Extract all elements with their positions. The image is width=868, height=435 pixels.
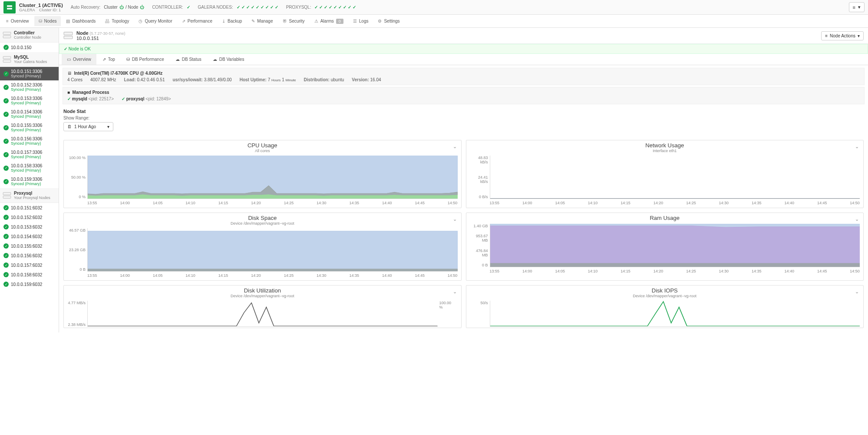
node-item[interactable]: 10.0.0.155:6032 [0,241,59,251]
subtab-db-variables[interactable]: ☁DB Variables [208,54,250,65]
node-actions-button[interactable]: ≡ Node Actions ▾ [821,31,864,40]
tab-security[interactable]: ⛨Security [278,16,309,26]
y-axis: 46.57 GB23.28 GB0 B [67,228,87,272]
chart-cpu: CPU UsageAll cores⌄100.00 %50.00 %0 %13:… [63,140,462,208]
tab-icon: ◷ [139,19,142,23]
check-icon: ✓ [319,5,323,10]
node-item[interactable]: 10.0.0.154:3306Synced (Primary) [0,107,59,121]
tab-icon: ⛁ [126,57,130,62]
chevron-down-icon[interactable]: ⌄ [855,144,859,149]
status-dot-icon [3,112,9,117]
node-item[interactable]: 10.0.0.150 [0,43,59,52]
check-icon: ✓ [329,5,332,10]
tab-alarms[interactable]: ⚠Alarms0 [310,16,348,27]
power-icon[interactable]: ⏻ [140,5,144,10]
power-icon[interactable]: ⏻ [119,5,124,10]
node-item[interactable]: 10.0.0.151:3306Synced (Primary) [0,67,59,80]
svg-rect-4 [3,56,11,59]
node-item[interactable]: 10.0.0.157:6032 [0,260,59,270]
y-axis: 50/s [470,301,490,327]
top-menu-button[interactable]: ≡ ▾ [849,2,865,12]
y-axis: 100.00 %50.00 %0 % [67,156,87,199]
subtab-overview[interactable]: ▭Overview [62,54,96,65]
chart-title: Ram Usage [466,213,864,221]
tab-icon: ✎ [251,19,255,23]
chart-title: Network Usage [466,140,864,149]
node-item[interactable]: 10.0.0.157:3306Synced (Primary) [0,148,59,161]
range-select[interactable]: 🗓 1 Hour Ago ▾ [63,122,113,131]
node-item[interactable]: 10.0.0.151:6032 [0,203,59,213]
subtab-db-status[interactable]: ☁DB Status [170,54,207,65]
tab-icon: ☰ [353,19,357,23]
chart-subtitle: Device /dev/mapper/vagrant--vg-root [64,294,461,298]
subtab-db-performance[interactable]: ⛁DB Performance [121,54,169,65]
svg-rect-3 [3,35,11,38]
x-axis: 13:5514:0014:0514:1014:1514:2014:2514:30… [64,200,461,208]
check-icon: ✓ [237,5,240,10]
node-item[interactable]: 10.0.0.152:3306Synced (Primary) [0,80,59,94]
plot-area[interactable] [87,301,438,327]
y-axis: 48.83 kB/s24.41 kB/s0 B/s [470,156,490,199]
chart-subtitle: All cores [64,149,461,153]
node-item[interactable]: 10.0.0.154:6032 [0,232,59,241]
tab-backup[interactable]: ⤓Backup [218,16,246,26]
tab-nodes[interactable]: ⛁Nodes [34,16,61,26]
node-item[interactable]: 10.0.0.158:6032 [0,270,59,279]
svg-rect-9 [64,36,73,39]
status-dot-icon [3,152,9,157]
check-icon: ✓ [338,5,342,10]
tab-dashboards[interactable]: ▤Dashboards [62,16,100,26]
galera-status: GALERA NODES: ✓✓✓✓✓✓✓✓✓ [198,5,278,10]
tab-overview[interactable]: ≡Overview [2,16,33,26]
check-icon: ✓ [324,5,327,10]
cluster-heading: Cluster_1 (ACTIVE) GALERA Cluster ID: 1 [19,3,63,12]
tab-icon: ⛨ [283,19,287,23]
tab-manage[interactable]: ✎Manage [247,16,277,26]
tab-topology[interactable]: 品Topology [101,16,133,27]
tab-logs[interactable]: ☰Logs [349,16,373,26]
node-item[interactable]: 10.0.0.152:6032 [0,213,59,222]
check-icon: ✓ [251,5,254,10]
tab-icon: ▭ [67,57,71,62]
tab-settings[interactable]: ⚙Settings [373,16,404,26]
tab-icon: ☁ [175,57,180,62]
stat-controls: Node Stat Show Range: 🗓 1 Hour Ago ▾ [59,104,868,136]
node-item[interactable]: 10.0.0.153:3306Synced (Primary) [0,94,59,107]
check-icon: ✓ [265,5,269,10]
node-subtabs: ▭Overview⇗Top⛁DB Performance☁DB Status☁D… [59,54,868,65]
plot-area[interactable] [490,156,860,199]
node-item[interactable]: 10.0.0.159:3306Synced (Primary) [0,175,59,188]
check-icon: ✓ [348,5,351,10]
node-title: Node [76,30,89,36]
node-ip: 10.0.0.151 [76,36,125,41]
node-item[interactable]: 10.0.0.155:3306Synced (Primary) [0,121,59,134]
chevron-down-icon[interactable]: ⌄ [453,289,457,295]
chart-iops: Disk IOPSDevice /dev/mapper/vagrant--vg-… [466,285,864,328]
tab-icon: ⇗ [182,19,185,23]
managed-process: ■ Managed Process ✓ mysqld <pid: 22517> … [63,87,865,104]
tab-icon: ≡ [6,19,9,23]
node-item[interactable]: 10.0.0.156:3306Synced (Primary) [0,134,59,148]
caret-down-icon: ▾ [858,33,860,38]
plot-area[interactable] [87,228,458,272]
chevron-down-icon[interactable]: ⌄ [453,216,457,222]
chevron-down-icon[interactable]: ⌄ [855,289,859,295]
node-item[interactable]: 10.0.0.159:6032 [0,279,59,289]
tab-icon: ⚙ [378,19,382,23]
node-item[interactable]: 10.0.0.153:6032 [0,222,59,232]
tab-performance[interactable]: ⇗Performance [178,16,217,26]
plot-area[interactable] [87,156,458,199]
node-item[interactable]: 10.0.0.156:6032 [0,251,59,260]
status-dot-icon [3,205,9,210]
plot-area[interactable] [490,301,860,327]
server-icon [3,56,11,63]
status-dot-icon [3,215,9,220]
subtab-top[interactable]: ⇗Top [97,54,120,65]
chevron-down-icon[interactable]: ⌄ [855,216,859,222]
node-item[interactable]: 10.0.0.158:3306Synced (Primary) [0,161,59,175]
plot-area[interactable] [490,224,860,267]
chart-title: CPU Usage [64,140,461,149]
tab-query-monitor[interactable]: ◷Query Monitor [134,16,176,26]
chevron-down-icon[interactable]: ⌄ [453,144,457,149]
chart-ram: Ram Usage⌄1.40 GB953.67 MB476.84 MB0 B13… [466,213,864,281]
